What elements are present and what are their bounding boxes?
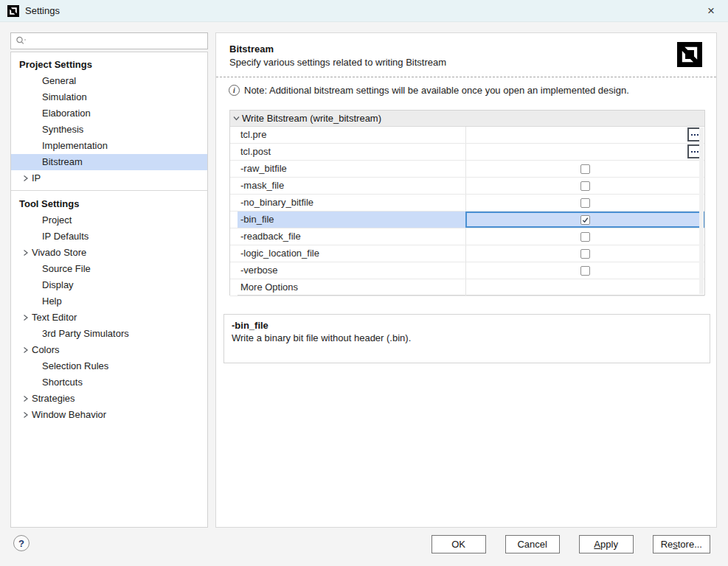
restore-button[interactable]: Restore... bbox=[653, 535, 710, 553]
option-name: -raw_bitfile bbox=[238, 161, 465, 177]
sidebar-item-shortcuts[interactable]: Shortcuts bbox=[11, 374, 207, 391]
sidebar-item-vivado-store[interactable]: Vivado Store bbox=[11, 245, 207, 261]
option-row-tcl-pre[interactable]: tcl.pre bbox=[230, 127, 704, 144]
options-table: Write Bitstream (write_bitstream) tcl.pr… bbox=[229, 110, 705, 296]
sidebar-item-simulation[interactable]: Simulation bbox=[11, 89, 207, 105]
row-gutter bbox=[230, 195, 238, 211]
settings-panel: Bitstream Specify various settings relat… bbox=[215, 32, 717, 528]
option-value-cell bbox=[465, 195, 704, 211]
dialog-buttons: OKCancelApplyRestore... bbox=[431, 535, 710, 553]
sidebar-item-implementation[interactable]: Implementation bbox=[11, 138, 207, 154]
option-value-cell bbox=[465, 245, 704, 262]
search-input[interactable] bbox=[30, 36, 207, 46]
sidebar-item-label: Help bbox=[42, 293, 62, 310]
checkbox[interactable] bbox=[580, 266, 590, 276]
option-name: -readback_file bbox=[238, 228, 465, 245]
option-name: -mask_file bbox=[238, 178, 465, 194]
row-gutter bbox=[230, 144, 238, 160]
checkbox[interactable] bbox=[580, 198, 590, 208]
amd-logo-icon bbox=[7, 5, 19, 17]
info-icon: i bbox=[229, 85, 240, 96]
sidebar-item-display[interactable]: Display bbox=[11, 277, 207, 293]
note-row: i Note: Additional bitstream settings wi… bbox=[229, 85, 716, 96]
sidebar-item-help[interactable]: Help bbox=[11, 293, 207, 310]
group-header[interactable]: Write Bitstream (write_bitstream) bbox=[230, 111, 704, 127]
option-name: tcl.post bbox=[238, 144, 465, 160]
help-button[interactable]: ? bbox=[13, 535, 30, 551]
option-value-cell bbox=[465, 212, 704, 228]
row-gutter bbox=[230, 262, 238, 279]
option-row-logic-location-file[interactable]: -logic_location_file bbox=[230, 245, 704, 262]
chevron-right-icon bbox=[22, 411, 29, 419]
tree-section: Project SettingsGeneralSimulationElabora… bbox=[11, 57, 207, 186]
sidebar-item-label: Window Behavior bbox=[32, 407, 106, 423]
sidebar-item-label: Strategies bbox=[32, 391, 75, 407]
sidebar-item-text-editor[interactable]: Text Editor bbox=[11, 310, 207, 326]
settings-dialog: Settings × Project SettingsGeneralSimula… bbox=[0, 0, 728, 566]
checkbox[interactable] bbox=[580, 181, 590, 191]
ok-button[interactable]: OK bbox=[431, 535, 486, 553]
sidebar-item-elaboration[interactable]: Elaboration bbox=[11, 105, 207, 122]
option-row-verbose[interactable]: -verbose bbox=[230, 262, 704, 279]
option-name: -bin_file bbox=[238, 212, 465, 228]
sidebar-item-label: Selection Rules bbox=[42, 358, 108, 374]
option-row-more-options[interactable]: More Options bbox=[230, 279, 704, 296]
sidebar-item-label: Source File bbox=[42, 261, 91, 277]
sidebar-item-3rd-party-simulators[interactable]: 3rd Party Simulators bbox=[11, 326, 207, 342]
row-gutter bbox=[230, 279, 238, 296]
option-value-cell bbox=[465, 262, 704, 279]
option-row-mask-file[interactable]: -mask_file bbox=[230, 178, 704, 195]
checkbox[interactable] bbox=[580, 164, 590, 174]
scrollbar-gutter[interactable] bbox=[699, 127, 704, 294]
sidebar-item-ip[interactable]: IP bbox=[11, 170, 207, 186]
sidebar-item-window-behavior[interactable]: Window Behavior bbox=[11, 407, 207, 423]
option-row-raw-bitfile[interactable]: -raw_bitfile bbox=[230, 161, 704, 178]
sidebar-item-label: IP bbox=[32, 170, 41, 186]
description-title: -bin_file bbox=[232, 320, 702, 331]
cancel-button[interactable]: Cancel bbox=[505, 535, 560, 553]
sidebar-item-colors[interactable]: Colors bbox=[11, 342, 207, 358]
row-gutter bbox=[230, 228, 238, 245]
sidebar-search[interactable] bbox=[10, 32, 208, 49]
checkbox[interactable] bbox=[580, 249, 590, 259]
dashed-separator bbox=[216, 77, 716, 77]
titlebar: Settings × bbox=[0, 0, 728, 22]
sidebar-item-bitstream[interactable]: Bitstream bbox=[11, 154, 207, 170]
sidebar-item-synthesis[interactable]: Synthesis bbox=[11, 122, 207, 138]
window-title: Settings bbox=[25, 0, 60, 22]
option-name: -no_binary_bitfile bbox=[238, 195, 465, 211]
sidebar-item-label: Bitstream bbox=[42, 154, 83, 170]
checkbox[interactable] bbox=[580, 215, 590, 225]
option-rows: tcl.pretcl.post-raw_bitfile-mask_file-no… bbox=[230, 127, 704, 296]
row-gutter bbox=[230, 161, 238, 177]
group-title: Write Bitstream (write_bitstream) bbox=[242, 113, 381, 124]
option-row-bin-file[interactable]: -bin_file bbox=[230, 212, 704, 228]
note-text: Note: Additional bitstream settings will… bbox=[244, 85, 629, 96]
chevron-right-icon bbox=[22, 314, 29, 321]
sidebar-item-ip-defaults[interactable]: IP Defaults bbox=[11, 228, 207, 245]
panel-header: Bitstream Specify various settings relat… bbox=[216, 33, 716, 77]
sidebar-item-label: Project bbox=[42, 212, 72, 228]
sidebar-item-selection-rules[interactable]: Selection Rules bbox=[11, 358, 207, 374]
option-name: tcl.pre bbox=[238, 127, 465, 143]
page-title: Bitstream bbox=[229, 43, 274, 55]
chevron-right-icon bbox=[22, 346, 29, 354]
sidebar-item-label: Simulation bbox=[42, 89, 87, 105]
option-row-readback-file[interactable]: -readback_file bbox=[230, 228, 704, 245]
sidebar-item-label: Elaboration bbox=[42, 105, 91, 122]
sidebar-item-source-file[interactable]: Source File bbox=[11, 261, 207, 277]
description-text: Write a binary bit file without header (… bbox=[232, 332, 702, 343]
option-row-no-binary-bitfile[interactable]: -no_binary_bitfile bbox=[230, 195, 704, 212]
sidebar-item-general[interactable]: General bbox=[11, 73, 207, 89]
checkbox[interactable] bbox=[580, 232, 590, 242]
sidebar-item-project[interactable]: Project bbox=[11, 212, 207, 228]
sidebar-item-strategies[interactable]: Strategies bbox=[11, 391, 207, 407]
tree-section-title-project-settings: Project Settings bbox=[11, 57, 207, 73]
apply-button[interactable]: Apply bbox=[579, 535, 634, 553]
chevron-down-icon bbox=[232, 114, 240, 122]
sidebar-item-label: Vivado Store bbox=[32, 245, 86, 261]
sidebar-item-label: General bbox=[42, 73, 76, 89]
option-row-tcl-post[interactable]: tcl.post bbox=[230, 144, 704, 161]
sidebar-item-label: Synthesis bbox=[42, 122, 83, 138]
close-icon[interactable]: × bbox=[702, 2, 720, 20]
